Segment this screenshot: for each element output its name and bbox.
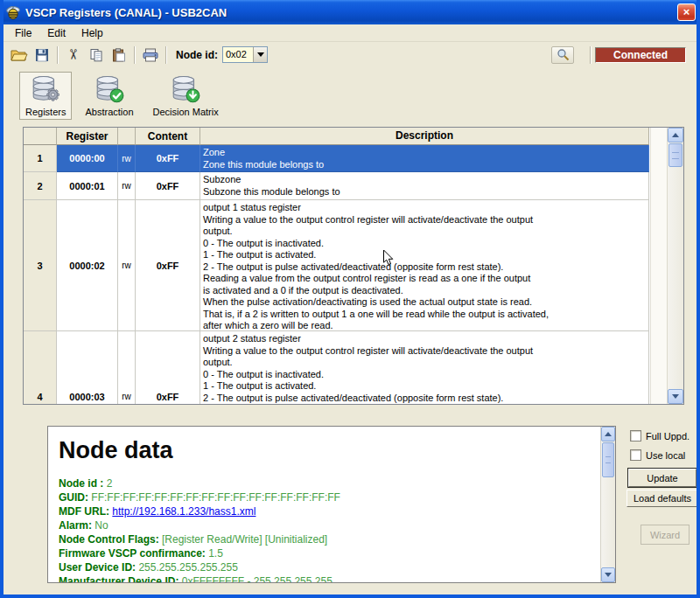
chevron-down-icon — [672, 394, 679, 399]
cut-icon: ✂ — [66, 49, 82, 60]
toolbar: ✂ Node id: — [4, 43, 696, 66]
header-access[interactable] — [118, 128, 136, 145]
field-label: Node Control Flags — [59, 533, 156, 546]
bee-app-icon — [5, 4, 21, 20]
update-button[interactable]: Update — [628, 469, 696, 487]
header-description[interactable]: Description — [200, 128, 649, 145]
guid-field: GUID: FF:FF:FF:FF:FF:FF:FF:FF:FF:FF:FF:F… — [59, 490, 600, 504]
connection-status-button[interactable]: Connected — [595, 47, 686, 63]
menu-edit[interactable]: Edit — [39, 25, 74, 41]
content-cell[interactable]: 0xFF — [136, 331, 200, 404]
menu-file[interactable]: File — [7, 25, 39, 41]
alarm-field: Alarm: No — [59, 518, 600, 532]
field-value: 0xFFFFFFFF - 255.255.255.255 — [182, 575, 332, 582]
header-rownum — [24, 128, 57, 145]
window-title: VSCP Registers (CANAL) - USB2CAN — [25, 6, 227, 19]
search-button[interactable] — [551, 46, 574, 64]
full-update-checkbox[interactable] — [630, 430, 641, 442]
print-button[interactable] — [140, 45, 161, 65]
description-cell: output 2 status register Writing a value… — [200, 331, 649, 404]
mdf-url-link[interactable]: http://192.168.1.233/hass1.xml — [112, 505, 256, 518]
row-number: 1 — [24, 145, 57, 172]
scrollbar-thumb[interactable] — [602, 442, 614, 477]
scrollbar-thumb[interactable] — [668, 143, 682, 167]
node-id-combobox[interactable]: 0x02 — [222, 46, 268, 63]
app-window: VSCP Registers (CANAL) - USB2CAN × File … — [0, 0, 700, 598]
access-cell: rw — [118, 145, 136, 172]
tab-registers[interactable]: Registers — [19, 72, 72, 120]
row-number: 4 — [24, 331, 57, 404]
search-icon — [556, 48, 570, 61]
field-separator: : — [156, 533, 162, 546]
register-cell[interactable]: 0000:00 — [57, 145, 118, 172]
scroll-down-button[interactable] — [601, 567, 615, 582]
field-value: 255.255.255.255.255 — [138, 561, 237, 574]
chevron-down-icon — [605, 573, 612, 577]
print-icon — [143, 48, 158, 62]
chevron-up-icon — [672, 133, 679, 137]
full-update-checkbox-row[interactable]: Full Uppd. — [630, 430, 690, 442]
row-number: 3 — [24, 200, 57, 331]
tab-abstraction-label: Abstraction — [85, 107, 133, 117]
use-local-checkbox-row[interactable]: Use local — [630, 449, 685, 461]
field-value: 1.5 — [208, 547, 223, 560]
header-register[interactable]: Register — [57, 128, 118, 145]
user-device-id-field: User Device ID: 255.255.255.255.255 — [59, 560, 600, 574]
close-button[interactable]: × — [677, 3, 696, 21]
load-defaults-button[interactable]: Load defaults — [626, 490, 698, 507]
cut-button[interactable]: ✂ — [63, 45, 84, 65]
field-label: User Device ID — [59, 561, 132, 574]
copy-button[interactable] — [86, 45, 107, 65]
open-button[interactable] — [9, 45, 30, 65]
node-data-panel: Node data Node id : 2 GUID: FF:FF:FF:FF:… — [47, 426, 616, 583]
table-row[interactable]: 4 0000:03 rw 0xFF output 2 status regist… — [24, 331, 650, 404]
content-cell[interactable]: 0xFF — [136, 172, 200, 200]
toolbar-separator — [134, 46, 136, 64]
register-grid-body: Register Content Description 1 0000:00 r… — [24, 128, 650, 404]
panel-vertical-scrollbar[interactable] — [600, 427, 615, 582]
table-row[interactable]: 3 0000:02 rw 0xFF output 1 status regist… — [24, 200, 650, 331]
register-cell[interactable]: 0000:01 — [57, 172, 118, 200]
field-separator: : — [175, 575, 181, 582]
content-cell[interactable]: 0xFF — [136, 200, 200, 331]
field-label: Manufacturer Device ID — [59, 575, 175, 582]
node-data-heading: Node data — [59, 437, 600, 464]
database-check-icon — [94, 75, 125, 105]
description-cell: Subzone Subzone this module belongs to — [200, 172, 649, 200]
grid-header-row: Register Content Description — [24, 128, 650, 145]
description-cell: Zone Zone this module belongs to — [200, 145, 649, 172]
menu-help[interactable]: Help — [74, 25, 111, 41]
field-label: Firmware VSCP confirmance — [59, 547, 202, 560]
tab-decision-matrix[interactable]: Decision Matrix — [147, 72, 225, 120]
copy-icon — [89, 48, 103, 62]
manufacturer-device-id-field: Manufacturer Device ID: 0xFFFFFFFF - 255… — [59, 574, 600, 582]
use-local-checkbox[interactable] — [630, 449, 641, 461]
access-cell: rw — [118, 331, 136, 404]
table-row[interactable]: 2 0000:01 rw 0xFF Subzone Subzone this m… — [24, 172, 650, 200]
save-button[interactable] — [32, 45, 52, 65]
toolbar-separator — [57, 46, 59, 64]
field-value: FF:FF:FF:FF:FF:FF:FF:FF:FF:FF:FF:FF:FF:F… — [91, 491, 340, 504]
scroll-up-button[interactable] — [601, 427, 615, 442]
firmware-confirmance-field: Firmware VSCP confirmance: 1.5 — [59, 546, 600, 560]
database-download-icon — [170, 75, 201, 105]
node-id-label: Node id: — [176, 49, 218, 61]
field-label: MDF URL — [59, 505, 106, 518]
menu-bar: File Edit Help — [4, 24, 696, 42]
paste-button[interactable] — [108, 45, 130, 65]
paste-icon — [112, 48, 126, 62]
use-local-label: Use local — [646, 450, 685, 461]
combo-dropdown-button[interactable] — [253, 47, 267, 62]
grid-vertical-scrollbar[interactable] — [667, 128, 683, 404]
content-cell[interactable]: 0xFF — [136, 145, 200, 172]
scroll-up-button[interactable] — [668, 128, 683, 143]
register-cell[interactable]: 0000:03 — [57, 331, 118, 404]
tab-abstraction[interactable]: Abstraction — [79, 72, 139, 120]
scroll-down-button[interactable] — [668, 389, 683, 404]
wizard-button[interactable]: Wizard — [640, 525, 690, 545]
register-cell[interactable]: 0000:02 — [57, 200, 118, 331]
chevron-down-icon — [257, 52, 264, 57]
node-control-flags-field: Node Control Flags: [Register Read/Write… — [59, 532, 600, 546]
table-row[interactable]: 1 0000:00 rw 0xFF Zone Zone this module … — [24, 145, 650, 172]
header-content[interactable]: Content — [136, 128, 200, 145]
